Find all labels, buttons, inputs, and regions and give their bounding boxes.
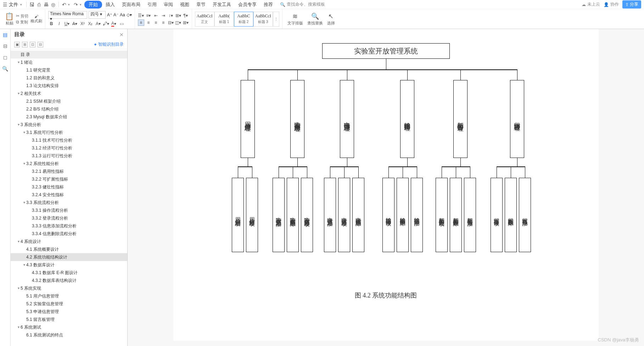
tree-item[interactable]: 3.1.2 经济可行性分析 <box>11 144 127 152</box>
tree-item[interactable]: ▾3.3 系统流程分析 <box>11 199 127 206</box>
tree-item[interactable]: ▾3 系统分析 <box>11 121 127 129</box>
tree-item[interactable]: ▾3.1 系统可行性分析 <box>11 129 127 136</box>
increase-font-icon[interactable]: A⁺ <box>107 12 112 17</box>
tree-item[interactable]: 3.3.4 信息删除流程分析 <box>11 230 127 238</box>
change-case-icon[interactable]: Aa <box>120 12 125 17</box>
tree-item[interactable]: 4.2 系统功能结构设计 <box>11 253 127 261</box>
tab-5[interactable]: 视图 <box>177 1 193 8</box>
borders-button[interactable]: ⊞▾ <box>183 19 189 26</box>
tree-item[interactable]: 3.2.1 易用性指标 <box>11 168 127 175</box>
tab-2[interactable]: 页面布局 <box>118 1 144 8</box>
tree-item[interactable]: 2.3 Mysql 数据库介绍 <box>11 113 127 121</box>
collapse-all-icon[interactable]: ▣ <box>14 42 20 47</box>
tree-item[interactable]: 4.1 系统概要设计 <box>11 245 127 253</box>
decrease-font-icon[interactable]: A⁻ <box>113 12 118 17</box>
tab-4[interactable]: 审阅 <box>160 1 177 8</box>
print-icon[interactable]: 🖶 <box>43 1 49 8</box>
tree-item[interactable]: ▾4.3 数据库设计 <box>11 261 127 269</box>
preview-icon[interactable]: ◎ <box>50 1 56 8</box>
styles-more-button[interactable]: ⋮ <box>273 12 279 27</box>
tab-7[interactable]: 开发工具 <box>209 1 235 8</box>
clear-format-icon[interactable]: ◇▾ <box>127 12 132 17</box>
bullets-button[interactable]: ☰▾ <box>138 12 144 19</box>
tree-item[interactable]: 3.2.4 安全性指标 <box>11 191 127 199</box>
highlight-button[interactable]: 🖍▾ <box>103 21 109 27</box>
cut-button[interactable]: ✂剪切 <box>16 13 28 19</box>
subscript-button[interactable]: X₂ <box>87 21 94 27</box>
select-button[interactable]: ↖ 选择 <box>325 12 337 26</box>
style-标题 2[interactable]: AaBbC标题 2 <box>234 12 253 27</box>
copy-button[interactable]: ⧉复制 <box>16 19 28 25</box>
text-layout-button[interactable]: ≋ 文字排版 <box>285 12 305 26</box>
line-spacing-button[interactable]: ↕▾ <box>168 12 174 19</box>
nav-rail-icon[interactable]: ◻ <box>2 54 9 61</box>
italic-button[interactable]: I <box>56 21 62 27</box>
text-effects-button[interactable]: A▾ <box>95 21 101 27</box>
undo-icon[interactable]: ↶ <box>61 1 67 8</box>
align-right-button[interactable]: ≡ <box>153 19 159 26</box>
sort-button[interactable]: ⊞▾ <box>175 12 181 19</box>
tree-item[interactable]: 4.3.1 数据库 E-R 图设计 <box>11 269 127 277</box>
tree-item[interactable]: 1.3 论文结构安排 <box>11 82 127 90</box>
demote-icon[interactable]: ⊟ <box>38 42 43 47</box>
outline-rail-icon[interactable]: ▤ <box>2 31 9 38</box>
tree-item[interactable]: 3.3.3 信息添加流程分析 <box>11 222 127 230</box>
shading-button[interactable]: ◫▾ <box>175 19 181 26</box>
tab-9[interactable]: 推荐 <box>260 1 276 8</box>
file-menu[interactable]: 文件 <box>9 1 18 8</box>
tree-item[interactable]: 2.1 SSM 框架介绍 <box>11 97 127 105</box>
font-color-button[interactable]: A▾ <box>111 21 117 27</box>
style-正文[interactable]: AaBbCcI正文 <box>195 12 214 27</box>
close-icon[interactable]: ✕ <box>119 32 124 38</box>
tree-item[interactable]: 3.3.2 登录流程分析 <box>11 214 127 222</box>
tab-6[interactable]: 章节 <box>193 1 209 8</box>
tree-item[interactable]: 3.3.1 操作流程分析 <box>11 206 127 214</box>
save-icon[interactable]: 🖫 <box>29 1 35 8</box>
tree-item[interactable]: 3.2.2 可扩展性指标 <box>11 175 127 183</box>
tree-item[interactable]: 5.3 申请信息管理 <box>11 308 127 316</box>
align-justify-button[interactable]: ≡ <box>160 19 167 26</box>
share-button[interactable]: ⇪ 分享 <box>622 0 641 8</box>
tree-item[interactable]: 目 录 <box>11 51 127 58</box>
decrease-indent-button[interactable]: ⇤ <box>153 12 159 19</box>
expand-icon[interactable]: ⊞ <box>22 42 28 47</box>
character-border-button[interactable]: ▭ <box>118 21 125 27</box>
tree-item[interactable]: 6.1 系统测试的特点 <box>11 331 127 339</box>
tree-item[interactable]: 4.3.2 数据库表结构设计 <box>11 277 127 284</box>
tab-0[interactable]: 开始 <box>84 1 102 8</box>
print-preview-icon[interactable]: ⎙ <box>36 1 42 8</box>
tree-item[interactable]: ▾4 系统设计 <box>11 238 127 245</box>
font-size-select[interactable]: 四号 ▾ <box>89 11 106 19</box>
find-replace-button[interactable]: 🔍 查找替换 <box>305 12 325 26</box>
chevron-down-icon[interactable]: ▾ <box>68 3 70 6</box>
distributed-button[interactable]: ⊟▾ <box>168 19 174 26</box>
numbering-button[interactable]: ≡▾ <box>145 12 152 19</box>
tree-item[interactable]: ▾6 系统测试 <box>11 323 127 331</box>
tree-item[interactable]: ▾2 相关技术 <box>11 90 127 97</box>
tree-item[interactable]: 3.1.3 运行可行性分析 <box>11 152 127 160</box>
font-name-select[interactable]: Times New Roma ▾ <box>48 11 87 19</box>
search-box[interactable]: 🔍 查找命令、搜索模板 <box>280 1 325 7</box>
align-left-button[interactable]: ≡ <box>138 19 144 26</box>
redo-icon[interactable]: ↷ <box>73 1 79 8</box>
tree-item[interactable]: ▾3.2 系统性能分析 <box>11 160 127 168</box>
style-标题 1[interactable]: AaBb(标题 1 <box>214 12 234 27</box>
increase-indent-button[interactable]: ⇥ <box>160 12 167 19</box>
search-rail-icon[interactable]: 🔍 <box>2 65 9 72</box>
align-center-button[interactable]: ≡ <box>145 19 152 26</box>
tree-item[interactable]: 1.2 目的和意义 <box>11 74 127 82</box>
tree-item[interactable]: ▾1 绪论 <box>11 58 127 66</box>
tree-item[interactable]: 3.1.1 技术可行性分析 <box>11 136 127 144</box>
tree-item[interactable]: 5.2 实验室信息管理 <box>11 300 127 308</box>
smart-toc-button[interactable]: ✦ 智能识别目录 <box>94 41 124 47</box>
paste-button[interactable]: 📋 粘贴 <box>5 12 14 26</box>
chevron-down-icon[interactable]: ▾ <box>80 3 82 6</box>
strikethrough-button[interactable]: A̶▾ <box>72 21 78 27</box>
promote-icon[interactable]: ⊡ <box>30 42 35 47</box>
tree-item[interactable]: 5.1 用户信息管理 <box>11 292 127 300</box>
tree-item[interactable]: 2.2 B/S 结构介绍 <box>11 105 127 113</box>
collab-button[interactable]: 👤 协作 <box>604 1 619 7</box>
show-marks-button[interactable]: ¶▾ <box>183 12 189 19</box>
tab-3[interactable]: 引用 <box>144 1 160 8</box>
format-brush-button[interactable]: 🖌 格式刷 <box>30 14 42 24</box>
